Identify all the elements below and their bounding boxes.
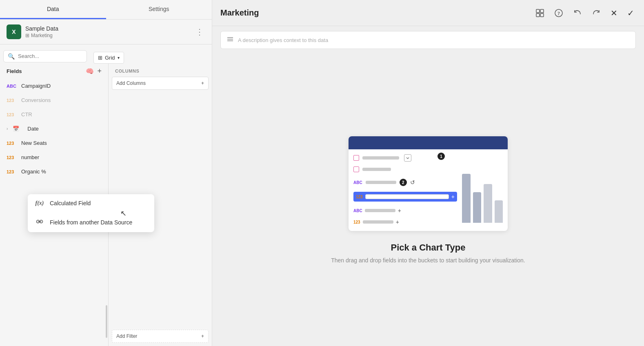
search-input[interactable] <box>18 53 82 59</box>
header-actions: ? ✕ ✓ <box>534 7 636 20</box>
help-button[interactable]: ? <box>553 7 565 19</box>
illus-calendar-icon <box>353 155 359 161</box>
field-type-num: 123 <box>7 169 18 174</box>
chart-bar-3 <box>484 184 492 223</box>
chart-illustration: 1 ABC 2 ↺ <box>349 136 508 231</box>
plus-icon: + <box>201 80 204 86</box>
close-button[interactable]: ✕ <box>609 7 619 20</box>
illus-abc-3: ABC <box>353 208 362 213</box>
illus-curved-arrow: ↺ <box>410 179 415 186</box>
illus-123-label: 123 <box>356 195 363 199</box>
columns-header: COLUMNS <box>112 67 209 77</box>
fx-icon: f(x) <box>35 200 44 206</box>
chart-type-subtitle: Then drag and drop fields into the bucke… <box>331 257 525 264</box>
fields-header: Fields 🧠 + <box>0 64 108 79</box>
grid-icon-small: ⊞ <box>25 33 29 38</box>
grid-view-icon-button[interactable] <box>534 7 546 19</box>
illus-text-field <box>365 194 449 199</box>
illus-bar-6 <box>363 220 393 224</box>
field-item-ctr[interactable]: 123 CTR <box>0 107 108 122</box>
field-name-campaignid: CampaignID <box>21 83 51 89</box>
search-icon: 🔍 <box>8 53 15 60</box>
grid-label: Grid <box>105 55 115 61</box>
description-bar[interactable]: A description gives context to this data <box>220 31 636 49</box>
field-type-num: 123 <box>7 141 18 146</box>
illus-row-1: 1 <box>353 154 457 162</box>
illus-bar-1 <box>362 156 399 160</box>
expand-icon: › <box>7 126 8 131</box>
illus-badge-1: 1 <box>437 153 445 160</box>
svg-rect-6 <box>540 13 544 17</box>
dropdown-menu: f(x) Calculated Field Fields from anothe… <box>28 194 154 232</box>
field-type-abc: ABC <box>7 84 18 89</box>
description-placeholder: A description gives context to this data <box>238 37 328 43</box>
svg-rect-4 <box>540 9 544 13</box>
datasource-sub-label: Marketing <box>31 33 53 38</box>
chart-bar-4 <box>495 200 503 223</box>
datasource-name: Sample Data <box>25 25 194 32</box>
chart-illus-body: 1 ABC 2 ↺ <box>349 149 508 231</box>
redo-button[interactable] <box>590 7 602 19</box>
chart-type-title: Pick a Chart Type <box>391 242 466 253</box>
left-panel: Data Settings X Sample Data ⊞ Marketing … <box>0 0 212 346</box>
undo-button[interactable] <box>571 7 584 19</box>
tab-settings[interactable]: Settings <box>106 0 212 19</box>
illus-bar-2 <box>362 168 391 171</box>
field-name-ctr: CTR <box>21 111 32 118</box>
illus-123-6: 123 <box>353 220 360 224</box>
svg-rect-3 <box>536 9 540 13</box>
dropdown-item-datasource[interactable]: Fields from another Data Source <box>28 212 154 232</box>
tab-bar: Data Settings <box>0 0 212 20</box>
tab-data[interactable]: Data <box>0 0 106 19</box>
illus-plus-6: + <box>396 219 399 225</box>
illus-row-5: ABC + <box>353 207 457 214</box>
chart-bar-1 <box>462 174 471 223</box>
svg-text:?: ? <box>557 11 560 16</box>
illus-bar-5 <box>365 209 395 212</box>
illus-highlighted-row: 123 + <box>353 192 457 202</box>
more-menu-button[interactable]: ⋮ <box>194 25 205 38</box>
illus-row-6: 123 + <box>353 219 457 225</box>
menu-lines-icon <box>227 35 234 44</box>
illus-plus-blue: + <box>451 193 455 200</box>
add-columns-button[interactable]: Add Columns + <box>112 77 209 90</box>
confirm-button[interactable]: ✓ <box>626 7 636 20</box>
link-icon <box>35 218 44 226</box>
datasource-info: Sample Data ⊞ Marketing <box>25 25 194 38</box>
fields-label: Fields <box>7 68 82 74</box>
grid-view-button[interactable]: ⊞ Grid ▾ <box>93 52 124 64</box>
field-type-num: 123 <box>7 155 18 160</box>
add-filter-button[interactable]: Add Filter + <box>112 330 209 343</box>
add-columns-label: Add Columns <box>116 80 146 86</box>
field-item-conversions[interactable]: 123 Conversions <box>0 93 108 107</box>
dropdown-item-label-datasource: Fields from another Data Source <box>50 219 132 226</box>
dropdown-item-calculated[interactable]: f(x) Calculated Field <box>28 194 154 212</box>
field-item-date[interactable]: › 📅 Date <box>0 122 108 136</box>
svg-rect-5 <box>536 13 540 17</box>
chart-illus-left: 1 ABC 2 ↺ <box>353 154 457 226</box>
field-name-number: number <box>21 154 39 160</box>
field-item-organic[interactable]: 123 Organic % <box>0 164 108 179</box>
add-filter-label: Add Filter <box>116 333 137 339</box>
panel-header: Marketing ? <box>212 0 644 26</box>
chart-bar-2 <box>473 192 482 223</box>
field-item-newseats[interactable]: 123 New Seats <box>0 136 108 150</box>
brain-icon[interactable]: 🧠 <box>86 67 94 75</box>
field-name-newseats: New Seats <box>21 140 47 146</box>
illus-plus-5: + <box>398 207 401 214</box>
field-item-campaignid[interactable]: ABC CampaignID <box>0 79 108 93</box>
datasource-sub: ⊞ Marketing <box>25 33 194 38</box>
main-content: 1 ABC 2 ↺ <box>212 54 644 346</box>
field-name-date: Date <box>27 126 38 132</box>
right-panel: Marketing ? <box>212 0 644 346</box>
illus-bar-3 <box>366 181 396 184</box>
field-item-number[interactable]: 123 number <box>0 150 108 164</box>
add-field-button[interactable]: + <box>97 67 102 75</box>
field-name-conversions: Conversions <box>21 97 51 103</box>
field-type-date: 📅 <box>13 126 24 132</box>
panel-title: Marketing <box>220 8 529 18</box>
chart-illus-right <box>462 154 503 226</box>
search-box: 🔍 <box>3 50 87 62</box>
field-name-organic: Organic % <box>21 169 46 175</box>
dropdown-item-label-calculated: Calculated Field <box>50 200 91 206</box>
